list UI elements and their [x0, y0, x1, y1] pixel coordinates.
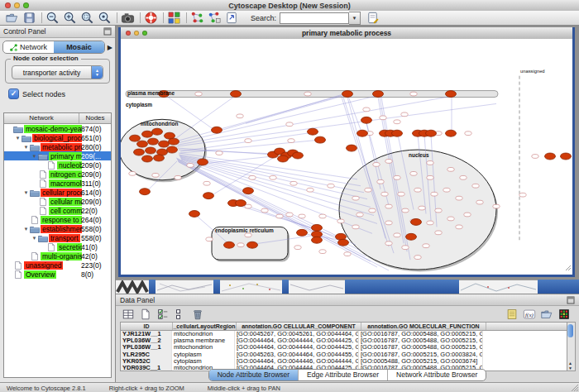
- network-node[interactable]: [203, 181, 210, 185]
- table-col-header[interactable]: annotation.GO MOLECULAR_FUNCTION: [361, 323, 486, 330]
- table-cell[interactable]: [GO:0044464, GO:0044444, GO:0044425, G..…: [235, 337, 359, 344]
- network-node[interactable]: [476, 200, 483, 204]
- tree-row-cellular-metabol[interactable]: cellular metabol209(0): [4, 197, 111, 206]
- network-node-selected[interactable]: [146, 147, 156, 154]
- network-node[interactable]: [129, 171, 136, 175]
- network-node[interactable]: [394, 175, 400, 179]
- network-node[interactable]: [380, 116, 386, 120]
- expand-triangle-icon[interactable]: ▼: [22, 145, 30, 150]
- network-node-selected[interactable]: [167, 146, 178, 153]
- table-cell[interactable]: [GO:0016787, GO:0005488, GO:0005215, G..…: [359, 344, 483, 351]
- network-node[interactable]: [414, 256, 421, 260]
- zoom-out-icon[interactable]: [45, 11, 60, 25]
- network-node-selected[interactable]: [224, 241, 235, 248]
- network-node[interactable]: [385, 221, 392, 225]
- select-nodes-checkbox[interactable]: ✓: [8, 88, 19, 99]
- tab-network[interactable]: Network: [3, 41, 54, 53]
- tree-row-biological-process[interactable]: ▼biological_process651(0): [4, 133, 111, 142]
- network-node[interactable]: [401, 112, 408, 117]
- tree-row-macromolecule[interactable]: macromolecule311(0): [4, 179, 111, 188]
- table-cell[interactable]: YLR295C: [121, 351, 172, 358]
- search-input[interactable]: [280, 12, 349, 24]
- network-node-selected[interactable]: [137, 141, 148, 147]
- expand-triangle-icon[interactable]: ▼: [31, 154, 38, 159]
- tree-row-establishment-of-lo[interactable]: ▼establishment of lo558(0): [4, 224, 111, 233]
- network-node[interactable]: [427, 221, 433, 225]
- formula-builder-icon[interactable]: f(x): [522, 307, 537, 322]
- network-node-selected[interactable]: [140, 189, 151, 195]
- network-node[interactable]: [410, 171, 417, 175]
- network-node[interactable]: [187, 164, 194, 168]
- network-node-selected[interactable]: [278, 155, 289, 162]
- open-folder-icon[interactable]: [5, 11, 19, 25]
- table-cell[interactable]: cytoplasm: [172, 351, 235, 358]
- network-node[interactable]: [363, 108, 370, 112]
- network-node-selected[interactable]: [148, 138, 159, 145]
- expand-triangle-icon[interactable]: ▼: [31, 236, 38, 241]
- network-node-selected[interactable]: [231, 91, 242, 98]
- table-col-header[interactable]: ID: [121, 323, 173, 330]
- network-node-selected[interactable]: [236, 200, 246, 207]
- vizmapper-icon[interactable]: [167, 11, 181, 25]
- network-node[interactable]: [319, 250, 326, 254]
- annotation-icon[interactable]: [225, 11, 239, 25]
- network-node-selected[interactable]: [312, 224, 323, 231]
- table-cell[interactable]: [GO:0044464, GO:0044446, GO:0044444, G..…: [235, 358, 359, 365]
- expand-triangle-icon[interactable]: ▼: [22, 227, 30, 232]
- scrollbar-thumb[interactable]: [567, 324, 573, 337]
- tree-row-cellular-process[interactable]: ▼cellular process614(0): [4, 188, 111, 197]
- import-attributes-icon[interactable]: [539, 307, 554, 322]
- network-node-selected[interactable]: [243, 188, 254, 194]
- network-node[interactable]: [414, 188, 421, 192]
- network-node-selected[interactable]: [142, 155, 153, 162]
- network-node[interactable]: [443, 188, 450, 192]
- network-node-selected[interactable]: [159, 141, 170, 147]
- minimized-window-edge[interactable]: [345, 280, 459, 294]
- network-window-titlebar[interactable]: primary metabolic process: [121, 27, 572, 40]
- tree-row-metabolic-process[interactable]: ▼metabolic process280(0): [4, 142, 111, 151]
- network-node-selected[interactable]: [152, 128, 163, 135]
- table-cell[interactable]: YKR052C: [121, 358, 172, 365]
- network-node[interactable]: [237, 243, 244, 247]
- network-node[interactable]: [398, 192, 404, 196]
- network-node[interactable]: [216, 151, 223, 155]
- table-row[interactable]: YJR121W__1mitochondrion[GO:0045267, GO:0…: [121, 331, 567, 337]
- network-node[interactable]: [427, 161, 433, 165]
- network-node-selected[interactable]: [308, 128, 318, 135]
- network-node[interactable]: [352, 196, 359, 200]
- network-node[interactable]: [206, 237, 213, 241]
- delete-attribute-icon[interactable]: [190, 307, 205, 322]
- tree-row-nucleobase-[interactable]: nucleobase-209(0): [4, 160, 111, 170]
- network-node-selected[interactable]: [247, 241, 258, 248]
- network-node-selected[interactable]: [347, 145, 357, 151]
- frame-resize-grip[interactable]: [566, 265, 571, 270]
- float-panel-icon[interactable]: [567, 296, 575, 304]
- network-canvas[interactable]: plasma membranecytoplasmmitochondrionnuc…: [121, 39, 572, 272]
- network-node-selected[interactable]: [142, 131, 153, 137]
- tab-node-attribute-browser[interactable]: Node Attribute Browser: [209, 370, 299, 380]
- network-node[interactable]: [456, 196, 462, 200]
- network-node-selected[interactable]: [212, 127, 223, 133]
- minimized-window-thumbnail[interactable]: [289, 280, 345, 294]
- network-node[interactable]: [423, 244, 429, 248]
- zoom-fit-icon[interactable]: [98, 11, 112, 25]
- network-node-selected[interactable]: [315, 136, 326, 143]
- search-dropdown-arrow-icon[interactable]: ▼: [349, 12, 361, 25]
- minimized-window-edge[interactable]: [149, 280, 156, 294]
- network-node-selected[interactable]: [426, 130, 437, 136]
- network-node[interactable]: [394, 120, 400, 124]
- network-node-selected[interactable]: [203, 193, 214, 199]
- network-node[interactable]: [195, 92, 202, 96]
- table-cell[interactable]: [GO:0016787, GO:0005215, GO:0003824, G..…: [359, 351, 483, 358]
- tree-row-transport[interactable]: ▼transport558(0): [4, 233, 111, 242]
- network-node[interactable]: [175, 175, 181, 179]
- table-cell[interactable]: plasma membrane: [172, 337, 235, 344]
- network-node[interactable]: [394, 233, 400, 237]
- tree-row-secretion[interactable]: secretion41(0): [4, 242, 111, 251]
- table-cell[interactable]: [GO:0016787, GO:0005488, GO:0005215, G..…: [359, 337, 483, 344]
- table-row[interactable]: YKR052Ccytoplasm[GO:0044464, GO:0044446,…: [121, 358, 567, 365]
- network-node[interactable]: [385, 241, 392, 246]
- network-node[interactable]: [369, 208, 376, 213]
- network-node[interactable]: [319, 214, 326, 218]
- network-node[interactable]: [261, 208, 268, 213]
